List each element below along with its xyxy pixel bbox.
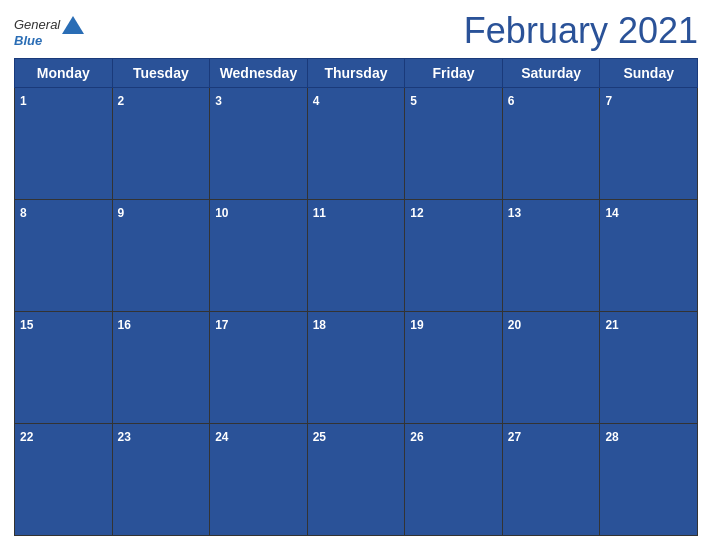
day-number-15: 15	[20, 318, 33, 332]
day-number-23: 23	[118, 430, 131, 444]
day-cell-14: 14	[600, 200, 698, 312]
day-cell-5: 5	[405, 88, 503, 200]
weekday-friday: Friday	[405, 59, 503, 88]
svg-marker-0	[62, 16, 84, 34]
day-number-22: 22	[20, 430, 33, 444]
day-number-26: 26	[410, 430, 423, 444]
day-cell-16: 16	[112, 312, 210, 424]
day-number-7: 7	[605, 94, 612, 108]
day-cell-13: 13	[502, 200, 600, 312]
day-number-21: 21	[605, 318, 618, 332]
week-row-3: 15161718192021	[15, 312, 698, 424]
day-number-11: 11	[313, 206, 326, 220]
day-number-24: 24	[215, 430, 228, 444]
day-cell-6: 6	[502, 88, 600, 200]
day-cell-2: 2	[112, 88, 210, 200]
day-cell-19: 19	[405, 312, 503, 424]
day-cell-11: 11	[307, 200, 405, 312]
day-number-13: 13	[508, 206, 521, 220]
logo: General Blue	[14, 16, 84, 47]
logo-general-text: General	[14, 18, 60, 31]
day-cell-3: 3	[210, 88, 308, 200]
day-cell-9: 9	[112, 200, 210, 312]
day-cell-1: 1	[15, 88, 113, 200]
day-cell-17: 17	[210, 312, 308, 424]
day-cell-28: 28	[600, 424, 698, 536]
day-cell-15: 15	[15, 312, 113, 424]
week-row-1: 1234567	[15, 88, 698, 200]
weekday-saturday: Saturday	[502, 59, 600, 88]
day-number-6: 6	[508, 94, 515, 108]
page-header: General Blue February 2021	[14, 10, 698, 52]
day-cell-21: 21	[600, 312, 698, 424]
weekday-wednesday: Wednesday	[210, 59, 308, 88]
day-number-10: 10	[215, 206, 228, 220]
week-row-4: 22232425262728	[15, 424, 698, 536]
day-number-5: 5	[410, 94, 417, 108]
day-number-14: 14	[605, 206, 618, 220]
day-cell-20: 20	[502, 312, 600, 424]
day-number-16: 16	[118, 318, 131, 332]
logo-blue-text: Blue	[14, 34, 42, 47]
week-row-2: 891011121314	[15, 200, 698, 312]
day-number-25: 25	[313, 430, 326, 444]
day-cell-8: 8	[15, 200, 113, 312]
day-cell-27: 27	[502, 424, 600, 536]
day-number-19: 19	[410, 318, 423, 332]
day-cell-23: 23	[112, 424, 210, 536]
day-cell-4: 4	[307, 88, 405, 200]
weekday-sunday: Sunday	[600, 59, 698, 88]
day-number-4: 4	[313, 94, 320, 108]
day-number-2: 2	[118, 94, 125, 108]
day-number-8: 8	[20, 206, 27, 220]
day-number-17: 17	[215, 318, 228, 332]
weekday-tuesday: Tuesday	[112, 59, 210, 88]
day-number-27: 27	[508, 430, 521, 444]
day-cell-22: 22	[15, 424, 113, 536]
day-number-20: 20	[508, 318, 521, 332]
weekday-header-row: Monday Tuesday Wednesday Thursday Friday…	[15, 59, 698, 88]
weekday-thursday: Thursday	[307, 59, 405, 88]
day-number-12: 12	[410, 206, 423, 220]
day-number-1: 1	[20, 94, 27, 108]
day-cell-10: 10	[210, 200, 308, 312]
month-title: February 2021	[464, 10, 698, 52]
day-number-18: 18	[313, 318, 326, 332]
day-cell-7: 7	[600, 88, 698, 200]
weekday-monday: Monday	[15, 59, 113, 88]
day-cell-12: 12	[405, 200, 503, 312]
logo-icon	[62, 16, 84, 34]
day-cell-18: 18	[307, 312, 405, 424]
day-cell-24: 24	[210, 424, 308, 536]
day-number-3: 3	[215, 94, 222, 108]
day-cell-26: 26	[405, 424, 503, 536]
day-cell-25: 25	[307, 424, 405, 536]
day-number-9: 9	[118, 206, 125, 220]
day-number-28: 28	[605, 430, 618, 444]
calendar-table: Monday Tuesday Wednesday Thursday Friday…	[14, 58, 698, 536]
